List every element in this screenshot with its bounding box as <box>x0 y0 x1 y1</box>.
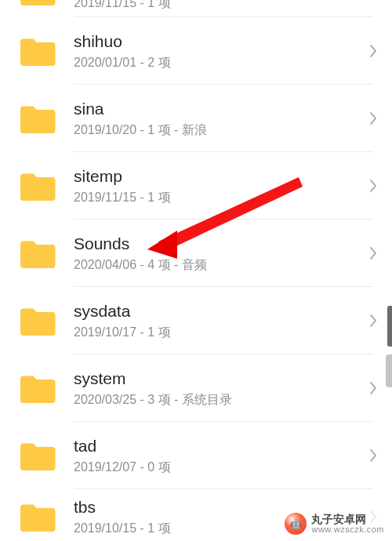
folder-title: Sounds <box>74 234 364 254</box>
folder-subtitle: 2020/04/06 - 4 项 - 音频 <box>74 257 364 273</box>
watermark: 🤖 丸子安卓网 www.wzsczk.com <box>280 510 389 538</box>
chevron-right-icon <box>364 314 383 328</box>
folder-meta: Sounds 2020/04/06 - 4 项 - 音频 <box>74 234 364 273</box>
folder-meta: 2019/11/15 - 1 项 <box>74 0 392 11</box>
folder-icon <box>19 503 56 531</box>
folder-subtitle: 2020/01/01 - 2 项 <box>74 55 364 71</box>
chevron-right-icon <box>364 44 383 58</box>
folder-row[interactable]: tad 2019/12/07 - 0 项 <box>0 422 392 489</box>
folder-row[interactable]: Sounds 2020/04/06 - 4 项 - 音频 <box>0 220 392 287</box>
folder-row[interactable]: sina 2019/10/20 - 1 项 - 新浪 <box>0 85 392 152</box>
folder-meta: sina 2019/10/20 - 1 项 - 新浪 <box>74 99 364 138</box>
chevron-right-icon <box>364 246 383 260</box>
file-manager-screen: 2019/11/15 - 1 项 shihuo 2020/01/01 - 2 项… <box>0 0 392 541</box>
chevron-right-icon <box>364 381 383 395</box>
chevron-right-icon <box>364 179 383 193</box>
folder-meta: sysdata 2019/10/17 - 1 项 <box>74 301 364 340</box>
folder-icon <box>19 104 56 133</box>
folder-icon <box>19 239 56 267</box>
folder-list: 2019/11/15 - 1 项 shihuo 2020/01/01 - 2 项… <box>0 0 392 541</box>
folder-title: sysdata <box>74 301 364 321</box>
chevron-right-icon <box>364 448 383 463</box>
folder-subtitle: 2019/11/15 - 1 项 <box>74 0 392 11</box>
folder-subtitle: 2019/10/20 - 1 项 - 新浪 <box>74 122 364 138</box>
folder-row[interactable]: sysdata 2019/10/17 - 1 项 <box>0 287 392 354</box>
folder-row[interactable]: shihuo 2020/01/01 - 2 项 <box>0 17 392 85</box>
folder-row[interactable]: sitemp 2019/11/15 - 1 项 <box>0 152 392 220</box>
folder-subtitle: 2020/03/25 - 3 项 - 系统目录 <box>74 392 364 408</box>
watermark-text: 丸子安卓网 www.wzsczk.com <box>311 514 384 534</box>
folder-subtitle: 2019/10/17 - 1 项 <box>74 325 364 340</box>
folder-meta: tad 2019/12/07 - 0 项 <box>74 436 364 475</box>
folder-meta: shihuo 2020/01/01 - 2 项 <box>74 31 364 71</box>
folder-title: sitemp <box>74 166 364 187</box>
folder-row[interactable]: 2019/11/15 - 1 项 <box>0 0 392 17</box>
watermark-logo-icon: 🤖 <box>285 513 307 535</box>
scrollbar-thumb[interactable] <box>387 306 392 347</box>
folder-row[interactable]: system 2020/03/25 - 3 项 - 系统目录 <box>0 354 392 422</box>
folder-title: sina <box>74 99 364 119</box>
folder-title: system <box>74 369 364 389</box>
scrollbar-track-mark[interactable] <box>386 354 392 387</box>
folder-title: shihuo <box>74 31 364 52</box>
chevron-right-icon <box>364 111 383 125</box>
folder-icon <box>19 374 56 402</box>
folder-subtitle: 2019/12/07 - 0 项 <box>74 459 364 475</box>
folder-title: tad <box>74 436 364 456</box>
folder-icon <box>19 37 56 65</box>
folder-meta: system 2020/03/25 - 3 项 - 系统目录 <box>74 369 364 408</box>
folder-icon <box>19 307 56 335</box>
folder-meta: sitemp 2019/11/15 - 1 项 <box>74 166 364 205</box>
folder-icon <box>19 441 56 470</box>
folder-subtitle: 2019/11/15 - 1 项 <box>74 190 364 205</box>
watermark-url: www.wzsczk.com <box>311 525 384 535</box>
folder-icon <box>19 172 56 200</box>
watermark-brand: 丸子安卓网 <box>311 514 384 525</box>
